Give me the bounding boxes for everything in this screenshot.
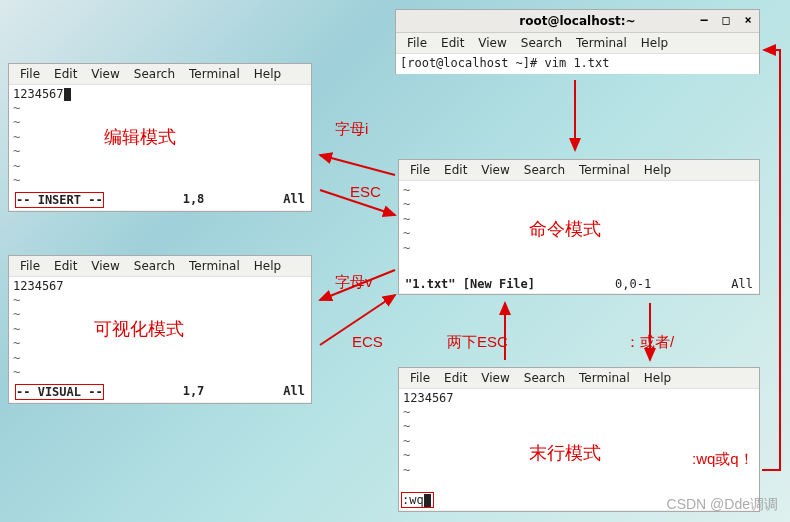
menu-help[interactable]: Help: [249, 259, 286, 273]
terminal-body[interactable]: 1234567 ~~~~~~ 可视化模式 -- VISUAL -- 1,7 Al…: [9, 277, 311, 402]
close-icon[interactable]: ×: [741, 13, 755, 27]
svg-line-1: [320, 155, 395, 175]
menu-view[interactable]: View: [86, 259, 124, 273]
anno-double-esc: 两下ESC: [447, 333, 508, 352]
status-filename: "1.txt" [New File]: [405, 277, 535, 291]
anno-letter-v: 字母v: [335, 273, 373, 292]
menu-file[interactable]: File: [15, 67, 45, 81]
titlebar: root@localhost:~ – □ ×: [396, 10, 759, 33]
file-content: 1234567: [13, 279, 307, 293]
mode-title: 命令模式: [529, 217, 601, 241]
menubar: File Edit View Search Terminal Help: [396, 33, 759, 54]
menu-help[interactable]: Help: [639, 163, 676, 177]
anno-colon-slash: ：或者/: [625, 333, 674, 352]
anno-ecs: ECS: [352, 333, 383, 350]
status-line: "1.txt" [New File] 0,0-1 All: [401, 277, 757, 291]
status-scroll: All: [283, 192, 305, 208]
anno-letter-i: 字母i: [335, 120, 368, 139]
menu-search[interactable]: Search: [129, 259, 180, 273]
text-cursor-icon: [424, 494, 431, 507]
status-scroll: All: [283, 384, 305, 400]
lastline-mode-window: File Edit View Search Terminal Help 1234…: [398, 367, 760, 512]
terminal-body[interactable]: [root@localhost ~]# vim 1.txt: [396, 54, 759, 74]
window-buttons: – □ ×: [697, 13, 755, 27]
command-mode-window: File Edit View Search Terminal Help ~~~~…: [398, 159, 760, 295]
menu-view[interactable]: View: [476, 371, 514, 385]
menu-help[interactable]: Help: [249, 67, 286, 81]
status-scroll: All: [731, 277, 753, 291]
menu-terminal[interactable]: Terminal: [574, 371, 635, 385]
status-mode: -- INSERT --: [15, 192, 104, 208]
status-pos: 1,7: [183, 384, 205, 400]
status-pos: 1,8: [183, 192, 205, 208]
status-mode: -- VISUAL --: [15, 384, 104, 400]
menu-edit[interactable]: Edit: [436, 36, 469, 50]
file-content: 1234567: [403, 391, 755, 405]
menu-file[interactable]: File: [15, 259, 45, 273]
status-pos: 0,0-1: [615, 277, 651, 291]
menubar: File Edit View Search Terminal Help: [399, 160, 759, 181]
mode-title: 编辑模式: [104, 125, 176, 149]
watermark: CSDN @Dde调调: [667, 496, 778, 514]
terminal-body[interactable]: 1234567 ~~~~~~ 编辑模式 -- INSERT -- 1,8 All: [9, 85, 311, 210]
visual-mode-window: File Edit View Search Terminal Help 1234…: [8, 255, 312, 404]
anno-wq-q: :wq或q！: [692, 450, 754, 469]
prompt-line: [root@localhost ~]# vim 1.txt: [400, 56, 610, 70]
terminal-top-window: root@localhost:~ – □ × File Edit View Se…: [395, 9, 760, 74]
menu-edit[interactable]: Edit: [439, 371, 472, 385]
menu-edit[interactable]: Edit: [49, 67, 82, 81]
menu-edit[interactable]: Edit: [49, 259, 82, 273]
file-content: 1234567: [13, 87, 307, 101]
text-cursor-icon: [64, 88, 71, 101]
menu-terminal[interactable]: Terminal: [571, 36, 632, 50]
menu-search[interactable]: Search: [519, 163, 570, 177]
menubar: File Edit View Search Terminal Help: [399, 368, 759, 389]
terminal-body[interactable]: ~~~~~ 命令模式 "1.txt" [New File] 0,0-1 All: [399, 181, 759, 293]
maximize-icon[interactable]: □: [719, 13, 733, 27]
menu-terminal[interactable]: Terminal: [184, 259, 245, 273]
menu-view[interactable]: View: [473, 36, 511, 50]
mode-title: 末行模式: [529, 441, 601, 465]
menu-view[interactable]: View: [86, 67, 124, 81]
menu-search[interactable]: Search: [129, 67, 180, 81]
menubar: File Edit View Search Terminal Help: [9, 64, 311, 85]
edit-mode-window: File Edit View Search Terminal Help 1234…: [8, 63, 312, 212]
minimize-icon[interactable]: –: [697, 13, 711, 27]
ex-command: :wq: [402, 493, 424, 507]
menu-terminal[interactable]: Terminal: [184, 67, 245, 81]
status-line: -- VISUAL -- 1,7 All: [11, 384, 309, 400]
menu-file[interactable]: File: [405, 163, 435, 177]
menu-terminal[interactable]: Terminal: [574, 163, 635, 177]
menu-search[interactable]: Search: [519, 371, 570, 385]
menu-search[interactable]: Search: [516, 36, 567, 50]
menu-help[interactable]: Help: [636, 36, 673, 50]
menu-view[interactable]: View: [476, 163, 514, 177]
status-line: :wq: [401, 492, 434, 508]
window-title: root@localhost:~: [519, 14, 635, 28]
menu-file[interactable]: File: [402, 36, 432, 50]
status-line: -- INSERT -- 1,8 All: [11, 192, 309, 208]
menubar: File Edit View Search Terminal Help: [9, 256, 311, 277]
mode-title: 可视化模式: [94, 317, 184, 341]
menu-file[interactable]: File: [405, 371, 435, 385]
anno-esc: ESC: [350, 183, 381, 200]
menu-edit[interactable]: Edit: [439, 163, 472, 177]
menu-help[interactable]: Help: [639, 371, 676, 385]
